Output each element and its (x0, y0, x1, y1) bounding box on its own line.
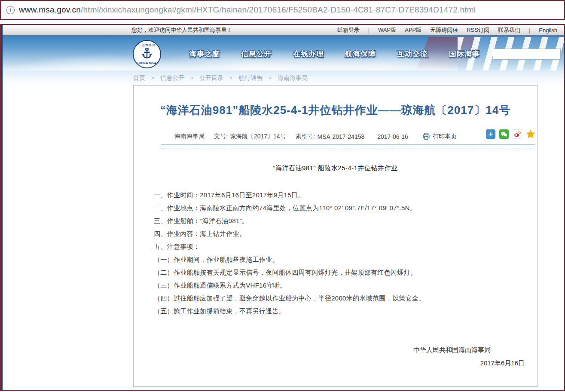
url-text[interactable]: www.msa.gov.cn/html/xinxichaxungongkai/g… (19, 5, 476, 15)
link-app[interactable]: APP版 (405, 26, 421, 34)
weibo-share-icon[interactable] (513, 129, 522, 139)
printer-icon (422, 132, 431, 141)
breadcrumb-band: 首页 > 信息公开 > 公开目录 > 航行通告 > 海南海事局 (3, 70, 564, 86)
url-path: /html/xinxichaxungongkai/gkml/HXTG/haina… (81, 5, 476, 14)
nav-item-navigation-support[interactable]: 航海保障 (345, 49, 376, 59)
breadcrumb: 首页 > 信息公开 > 公开目录 > 航行通告 > 海南海事局 (133, 74, 308, 82)
paragraph-note-3: （三）作业船舶通信联系方式为VHF16守听。 (154, 279, 521, 292)
paragraph-notes-header: 五、注意事项： (154, 240, 521, 253)
wechat-share-icon[interactable] (499, 129, 509, 139)
china-msa-logo[interactable]: 中国海事局 CHINA MSA (133, 40, 161, 68)
share-more-icon[interactable]: + (486, 129, 495, 139)
nav-item-interaction[interactable]: 互动交流 (397, 49, 428, 59)
nav-item-online-services[interactable]: 在线办理 (293, 49, 324, 59)
anchor-icon (140, 47, 153, 61)
site-header: 中国海事局 CHINA MSA 海事之窗 信息公开 在线办理 (3, 35, 564, 70)
article-meta: 海南海事局 文号: 琼海航〔2017〕14号 索引号: MSA-2017-241… (174, 131, 466, 142)
meta-doc-number-value: 琼海航〔2017〕14号 (230, 133, 286, 141)
breadcrumb-separator: > (229, 75, 232, 81)
meta-separator-dashed (161, 148, 535, 148)
browser-window: i www.msa.gov.cn/html/xinxichaxungongkai… (0, 0, 565, 392)
document-body: 一、作业时间：2017年6月16日至2017年9月15日。 二、作业地点：海南陵… (154, 189, 521, 318)
utility-bar: 您好，欢迎访问中华人民共和国海事局！ 邮箱登录 | WAP版 APP版 无障碍阅… (3, 25, 564, 35)
paragraph-work-vessel: 三、作业船舶：“海洋石油981”。 (154, 214, 521, 227)
meta-doc-number: 文号: 琼海航〔2017〕14号 (214, 133, 286, 141)
breadcrumb-navigation-notice[interactable]: 航行通告 (238, 74, 263, 82)
print-page-button[interactable]: 打印本页 (422, 132, 457, 141)
page-viewport: 您好，欢迎访问中华人民共和国海事局！ 邮箱登录 | WAP版 APP版 无障碍阅… (0, 24, 565, 391)
meta-date: 2017-06-16 (377, 133, 408, 140)
utility-links: 邮箱登录 | WAP版 APP版 无障碍阅读 RSS订阅 联系我们 | Engl… (337, 26, 557, 34)
breadcrumb-separator: > (269, 75, 272, 81)
breadcrumb-home[interactable]: 首页 (133, 74, 145, 82)
site-search (493, 49, 561, 60)
link-wap[interactable]: WAP版 (378, 26, 396, 34)
logo-chinese-text: 中国海事局 (138, 43, 156, 47)
link-mail-login[interactable]: 邮箱登录 (337, 26, 360, 34)
article-container: “海洋石油981”船陵水25-4-1井位钻井作业——琼海航〔2017〕14号 海… (133, 85, 538, 387)
paragraph-work-time: 一、作业时间：2017年6月16日至2017年9月15日。 (154, 189, 521, 202)
print-page-label: 打印本页 (433, 133, 457, 141)
breadcrumb-hainan-msa[interactable]: 海南海事局 (278, 74, 308, 82)
browser-url-bar[interactable]: i www.msa.gov.cn/html/xinxichaxungongkai… (0, 0, 565, 20)
logo-english-text: CHINA MSA (137, 61, 156, 65)
nav-item-international[interactable]: 国际海事 (449, 49, 480, 59)
meta-department: 海南海事局 (174, 133, 205, 141)
breadcrumb-separator: > (190, 75, 193, 81)
paragraph-work-location: 二、作业地点：海南陵水正南方向约74海里处，位置点为110° 02′ 09″.7… (154, 202, 521, 214)
breadcrumb-separator: > (151, 75, 154, 81)
meta-doc-number-label: 文号: (214, 133, 228, 141)
url-domain: www.msa.gov.cn (19, 5, 81, 14)
paragraph-work-content: 四、作业内容：海上钻井作业。 (154, 227, 521, 240)
paragraph-note-4: （四）过往船舶应加强了望，避免穿越以作业船为中心，半径2000米的水域范围，以策… (154, 292, 521, 305)
link-rss[interactable]: RSS订阅 (467, 26, 489, 34)
utility-divider: | (368, 27, 370, 34)
article-title: “海洋石油981”船陵水25-4-1井位钻井作业——琼海航〔2017〕14号 (134, 103, 537, 117)
search-input[interactable] (493, 49, 564, 59)
nav-item-maritime-window[interactable]: 海事之窗 (189, 49, 220, 59)
meta-index-label: 索引号: (296, 133, 315, 141)
paragraph-note-5: （五）施工作业如提前结束，不再另行通告。 (154, 305, 521, 318)
meta-separator-solid (161, 144, 535, 145)
welcome-text: 您好，欢迎访问中华人民共和国海事局！ (131, 26, 232, 34)
link-contact[interactable]: 联系我们 (498, 26, 520, 34)
utility-divider: | (529, 27, 530, 34)
share-bar: + (486, 129, 535, 139)
paragraph-note-1: （一）作业期间，作业船舶昼夜施工作业。 (154, 253, 521, 266)
paragraph-note-2: （二）作业船舶按有关规定显示信号，夜间船体四周有闪烁灯光，井架顶部有红色闪烁灯。 (154, 266, 521, 279)
meta-index-number: 索引号: MSA-2017-24158 (296, 133, 365, 141)
nav-item-info-disclosure[interactable]: 信息公开 (241, 49, 272, 59)
signature-date: 2017年6月16日 (134, 357, 525, 369)
info-icon[interactable]: i (6, 6, 15, 14)
signature-authority: 中华人民共和国海南海事局 (134, 344, 491, 356)
link-english[interactable]: English (539, 27, 557, 34)
main-navigation: 海事之窗 信息公开 在线办理 航海保障 互动交流 国际海事 (189, 37, 480, 70)
breadcrumb-info-disclosure[interactable]: 信息公开 (160, 74, 184, 82)
breadcrumb-public-catalog[interactable]: 公开目录 (199, 74, 223, 82)
meta-index-value: MSA-2017-24158 (318, 133, 365, 140)
document-heading: “海洋石油981” 船陵水25-4-1井位钻井作业 (134, 164, 537, 172)
link-accessibility[interactable]: 无障碍阅读 (430, 26, 458, 34)
qzone-share-icon[interactable] (526, 129, 535, 139)
